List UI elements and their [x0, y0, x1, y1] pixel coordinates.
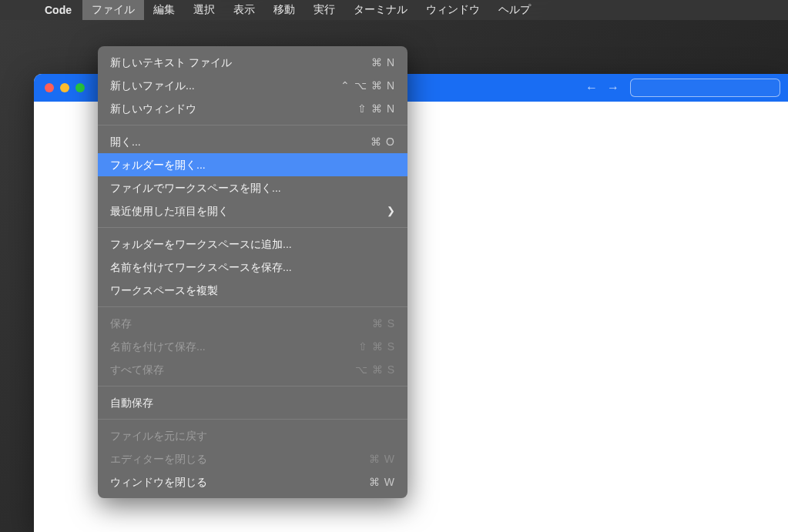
menu-separator — [98, 386, 407, 386]
menu-item-label: フォルダーを開く... — [110, 156, 206, 173]
menu-new-window[interactable]: 新しいウィンドウ ⇧ ⌘ N — [98, 97, 407, 120]
back-arrow-icon[interactable]: ← — [582, 79, 601, 96]
menu-item-shortcut: ⌘ S — [372, 315, 395, 332]
menu-revert-file[interactable]: ファイルを元に戻す — [98, 424, 407, 447]
forward-arrow-icon[interactable]: → — [604, 79, 622, 96]
menu-item-shortcut: ⌘ W — [369, 450, 395, 467]
menu-edit[interactable]: 編集 — [144, 0, 184, 20]
menu-item-shortcut: ⌘ N — [371, 54, 395, 71]
menu-save[interactable]: 保存 ⌘ S — [98, 312, 407, 335]
menu-item-shortcut: ⌥ ⌘ S — [355, 361, 395, 378]
macos-menubar: Code ファイル 編集 選択 表示 移動 実行 ターミナル ウィンドウ ヘルプ — [0, 0, 788, 20]
menu-item-label: 自動保存 — [110, 394, 153, 411]
menu-separator — [98, 306, 407, 307]
menu-item-label: フォルダーをワークスペースに追加... — [110, 236, 292, 253]
menu-item-label: 名前を付けてワークスペースを保存... — [110, 259, 292, 276]
menu-open-folder[interactable]: フォルダーを開く... — [98, 153, 407, 176]
menu-item-label: ファイルを元に戻す — [110, 427, 207, 444]
menu-separator — [98, 419, 407, 420]
traffic-lights — [45, 83, 85, 92]
nav-arrows: ← → — [582, 79, 622, 96]
menu-item-label: ワークスペースを複製 — [110, 282, 218, 299]
menu-item-label: 最近使用した項目を開く — [110, 202, 229, 219]
menu-save-all[interactable]: すべて保存 ⌥ ⌘ S — [98, 358, 407, 381]
menu-auto-save[interactable]: 自動保存 — [98, 391, 407, 414]
menu-new-text-file[interactable]: 新しいテキスト ファイル ⌘ N — [98, 51, 407, 74]
menu-go[interactable]: 移動 — [264, 0, 304, 20]
menu-item-shortcut: ⇧ ⌘ N — [357, 100, 395, 117]
menu-item-shortcut: ⌘ W — [369, 473, 395, 490]
menu-add-folder-workspace[interactable]: フォルダーをワークスペースに追加... — [98, 233, 407, 256]
menu-window[interactable]: ウィンドウ — [417, 0, 489, 20]
menu-item-label: 名前を付けて保存... — [110, 338, 206, 355]
chevron-right-icon: ❯ — [387, 202, 395, 219]
menu-run[interactable]: 実行 — [304, 0, 344, 20]
maximize-button[interactable] — [75, 83, 85, 92]
close-button[interactable] — [45, 83, 54, 92]
menu-view[interactable]: 表示 — [224, 0, 264, 20]
menu-item-label: 新しいファイル... — [110, 77, 195, 94]
menu-item-label: すべて保存 — [110, 361, 164, 378]
menu-terminal[interactable]: ターミナル — [344, 0, 417, 20]
menu-save-as[interactable]: 名前を付けて保存... ⇧ ⌘ S — [98, 335, 407, 358]
menu-item-label: ウィンドウを閉じる — [110, 473, 207, 490]
menu-item-label: エディターを閉じる — [110, 450, 207, 467]
menu-file[interactable]: ファイル — [82, 0, 144, 20]
minimize-button[interactable] — [60, 83, 69, 92]
menu-close-editor[interactable]: エディターを閉じる ⌘ W — [98, 447, 407, 470]
menu-selection[interactable]: 選択 — [184, 0, 224, 20]
menu-open[interactable]: 開く... ⌘ O — [98, 130, 407, 153]
menu-item-label: 新しいウィンドウ — [110, 100, 196, 117]
menu-item-label: 保存 — [110, 315, 132, 332]
menu-separator — [98, 227, 407, 228]
menu-save-workspace-as[interactable]: 名前を付けてワークスペースを保存... — [98, 256, 407, 279]
menu-open-recent[interactable]: 最近使用した項目を開く ❯ — [98, 199, 407, 223]
menu-item-shortcut: ⇧ ⌘ S — [358, 338, 395, 355]
menu-item-shortcut: ⌘ O — [371, 133, 395, 150]
command-center-search[interactable] — [630, 79, 780, 97]
titlebar-right: ← → — [582, 79, 780, 97]
menu-item-label: 新しいテキスト ファイル — [110, 54, 232, 71]
menu-item-label: 開く... — [110, 133, 141, 150]
menu-item-label: ファイルでワークスペースを開く... — [110, 179, 281, 196]
app-name[interactable]: Code — [37, 1, 79, 19]
menu-help[interactable]: ヘルプ — [489, 0, 540, 20]
menu-separator — [98, 125, 407, 125]
menu-duplicate-workspace[interactable]: ワークスペースを複製 — [98, 279, 407, 302]
file-menu-dropdown: 新しいテキスト ファイル ⌘ N 新しいファイル... ⌃ ⌥ ⌘ N 新しいウ… — [98, 46, 407, 498]
menu-close-window[interactable]: ウィンドウを閉じる ⌘ W — [98, 470, 407, 494]
menu-new-file[interactable]: 新しいファイル... ⌃ ⌥ ⌘ N — [98, 74, 407, 97]
menu-open-workspace[interactable]: ファイルでワークスペースを開く... — [98, 176, 407, 199]
menu-item-shortcut: ⌃ ⌥ ⌘ N — [340, 77, 395, 94]
